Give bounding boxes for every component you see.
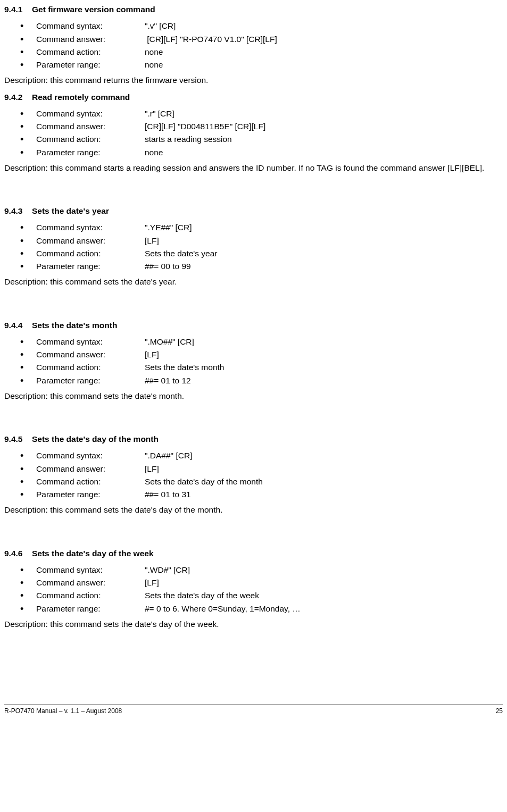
item-value: ##= 01 to 12 — [145, 376, 191, 385]
footer-left: R-PO7470 Manual – v. 1.1 – August 2008 — [4, 706, 122, 716]
item-label: Command action: — [36, 133, 145, 145]
section-description: Description: this command sets the date'… — [4, 390, 503, 402]
item-label: Command syntax: — [36, 336, 145, 348]
item-value: [CR][LF] "R-PO7470 V1.0" [CR][LF] — [145, 35, 277, 44]
list-item: Parameter range:none — [4, 58, 503, 71]
section-number: 9.4.3 — [4, 205, 32, 217]
item-label: Parameter range: — [36, 146, 145, 158]
item-label: Command action: — [36, 475, 145, 488]
section-title: Get firmware version command — [32, 5, 155, 14]
section-heading: 9.4.4Sets the date's month — [4, 319, 503, 331]
item-label: Command answer: — [36, 33, 145, 45]
item-label: Parameter range: — [36, 58, 145, 71]
item-label: Command syntax: — [36, 20, 145, 32]
spacer — [4, 521, 503, 530]
item-value: [CR][LF] "D004811B5E" [CR][LF] — [145, 122, 265, 131]
item-value: [LF] — [145, 578, 159, 587]
list-item: Command action:Sets the date's year — [4, 247, 503, 259]
item-label: Command syntax: — [36, 564, 145, 576]
list-item: Command answer:[LF] — [4, 576, 503, 589]
item-label: Command answer: — [36, 348, 145, 361]
spacer — [4, 178, 503, 188]
list-item: Parameter range:##= 00 to 99 — [4, 260, 503, 272]
list-item: Command answer:[LF] — [4, 463, 503, 475]
item-label: Command answer: — [36, 463, 145, 475]
command-list: Command syntax:".DA##" [CR]Command answe… — [4, 449, 503, 500]
section-number: 9.4.5 — [4, 433, 32, 445]
section-heading: 9.4.3Sets the date's year — [4, 205, 503, 217]
list-item: Parameter range:##= 01 to 12 — [4, 374, 503, 387]
command-list: Command syntax:".r" [CR]Command answer:[… — [4, 107, 503, 158]
item-label: Parameter range: — [36, 488, 145, 500]
list-item: Command action:Sets the date's day of th… — [4, 475, 503, 488]
section-title: Sets the date's month — [32, 321, 117, 330]
list-item: Parameter range:##= 01 to 31 — [4, 488, 503, 500]
section-description: Description: this command sets the date'… — [4, 618, 503, 630]
item-value: ".r" [CR] — [145, 109, 174, 118]
command-list: Command syntax:".v" [CR]Command answer: … — [4, 20, 503, 71]
item-value: Sets the date's month — [145, 363, 224, 372]
section-description: Description: this command sets the date'… — [4, 275, 503, 288]
section-description: Description: this command sets the date'… — [4, 504, 503, 516]
item-value: ".v" [CR] — [145, 21, 176, 30]
item-label: Parameter range: — [36, 602, 145, 615]
item-label: Command answer: — [36, 120, 145, 132]
section-heading: 9.4.6Sets the date's day of the week — [4, 547, 503, 559]
section-number: 9.4.6 — [4, 547, 32, 559]
item-label: Parameter range: — [36, 374, 145, 387]
item-value: starts a reading session — [145, 135, 232, 144]
list-item: Command syntax:".YE##" [CR] — [4, 221, 503, 233]
spacer — [4, 292, 503, 302]
item-value: ##= 00 to 99 — [145, 262, 191, 271]
section-title: Sets the date's day of the month — [32, 434, 159, 443]
section-title: Read remotely command — [32, 93, 130, 102]
list-item: Command syntax:".WD#" [CR] — [4, 564, 503, 576]
item-value: [LF] — [145, 236, 159, 245]
section-number: 9.4.4 — [4, 319, 32, 331]
list-item: Command answer:[LF] — [4, 235, 503, 247]
list-item: Parameter range:#= 0 to 6. Where 0=Sunda… — [4, 602, 503, 615]
section-description: Description: this command returns the fi… — [4, 74, 503, 86]
spacer — [4, 406, 503, 416]
footer-page-number: 25 — [496, 706, 503, 716]
item-value: none — [145, 60, 163, 69]
command-list: Command syntax:".YE##" [CR]Command answe… — [4, 221, 503, 272]
item-label: Command action: — [36, 247, 145, 259]
section-heading: 9.4.1Get firmware version command — [4, 3, 503, 15]
section-title: Sets the date's year — [32, 206, 109, 215]
list-item: Command answer:[CR][LF] "D004811B5E" [CR… — [4, 120, 503, 132]
list-item: Command syntax:".v" [CR] — [4, 20, 503, 32]
item-label: Command syntax: — [36, 449, 145, 462]
section-title: Sets the date's day of the week — [32, 549, 154, 558]
document-body: 9.4.1Get firmware version commandCommand… — [4, 3, 503, 630]
item-value: Sets the date's year — [145, 249, 218, 258]
section-number: 9.4.2 — [4, 91, 32, 103]
item-value: [LF] — [145, 350, 159, 359]
item-label: Parameter range: — [36, 260, 145, 272]
item-label: Command syntax: — [36, 107, 145, 120]
item-value: ".WD#" [CR] — [145, 565, 190, 574]
list-item: Command syntax:".DA##" [CR] — [4, 449, 503, 462]
list-item: Command syntax:".r" [CR] — [4, 107, 503, 120]
list-item: Command action:none — [4, 46, 503, 58]
item-value: ".YE##" [CR] — [145, 223, 192, 232]
item-label: Command action: — [36, 589, 145, 601]
item-label: Command answer: — [36, 235, 145, 247]
item-value: ".MO##" [CR] — [145, 337, 194, 346]
item-value: Sets the date's day of the week — [145, 591, 259, 600]
item-value: ".DA##" [CR] — [145, 451, 192, 460]
item-label: Command answer: — [36, 576, 145, 589]
section-number: 9.4.1 — [4, 3, 32, 15]
list-item: Command action:Sets the date's day of th… — [4, 589, 503, 601]
list-item: Command answer: [CR][LF] "R-PO7470 V1.0"… — [4, 33, 503, 45]
command-list: Command syntax:".WD#" [CR]Command answer… — [4, 564, 503, 615]
item-value: none — [145, 47, 163, 56]
section-heading: 9.4.2Read remotely command — [4, 91, 503, 103]
item-label: Command action: — [36, 46, 145, 58]
section-description: Description: this command starts a readi… — [4, 162, 503, 174]
item-value: none — [145, 148, 163, 157]
item-label: Command action: — [36, 361, 145, 373]
item-value: #= 0 to 6. Where 0=Sunday, 1=Monday, … — [145, 604, 301, 613]
item-value: Sets the date's day of the month — [145, 477, 263, 486]
list-item: Command syntax:".MO##" [CR] — [4, 336, 503, 348]
